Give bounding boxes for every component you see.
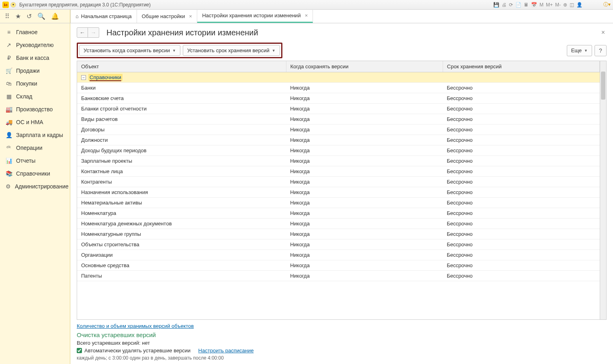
calc-icon[interactable]: 🖩 [524,2,529,8]
m-icon[interactable]: M [539,2,544,8]
table-row[interactable]: Объекты строительстваНикогдаБессрочно [77,239,600,250]
cell-term: Бессрочно [443,156,599,166]
table-row[interactable]: БанкиНикогдаБессрочно [77,83,600,93]
table-row[interactable]: Назначения использованияНикогдаБессрочно [77,187,600,198]
print-icon[interactable]: 🖨 [502,2,507,8]
sidebar-item-9[interactable]: ᵈᵏОперации [0,141,70,154]
titlebar: 1c ▾ Бухгалтерия предприятия, редакция 3… [0,0,613,10]
cell-term: Бессрочно [443,83,599,93]
tab-history-settings[interactable]: Настройки хранения истории изменений × [197,9,313,23]
cell-object: Патенты [77,271,286,281]
sidebar-item-8[interactable]: 👤Зарплата и кадры [0,129,70,141]
cell-when: Никогда [286,125,443,135]
table-row[interactable]: ДолжностиНикогдаБессрочно [77,135,600,145]
zoom-in-icon[interactable]: ⊕ [563,2,567,8]
tab-home[interactable]: ⌂ Начальная страница [70,9,137,23]
close-page-button[interactable]: × [600,27,607,38]
table-row[interactable]: Нематериальные активыНикогдаБессрочно [77,198,600,208]
cell-term: Бессрочно [443,177,599,187]
set-when-save-button[interactable]: Установить когда сохранять версии▼ [79,45,180,56]
cell-when: Никогда [286,104,443,114]
save-icon[interactable]: 💾 [493,2,499,8]
table-row[interactable]: Основные средстваНикогдаБессрочно [77,260,600,271]
table-row[interactable]: Номенклатурные группыНикогдаБессрочно [77,229,600,239]
sidebar-item-7[interactable]: 🚚ОС и НМА [0,116,70,129]
app-logo-icon: 1c [2,2,9,8]
quick-access: ⠿ ★ ↺ 🔍 🔔 [0,10,70,23]
doc-icon[interactable]: 📄 [515,2,521,8]
column-header-when[interactable]: Когда сохранять версии [286,61,443,72]
history-icon[interactable]: ↺ [27,12,32,20]
scrollbar-thumb[interactable] [601,72,605,100]
column-header-object[interactable]: Объект [77,61,286,72]
tab-home-label: Начальная страница [81,13,132,19]
window-icon[interactable]: ◫ [570,2,574,8]
close-icon[interactable]: × [305,12,308,18]
sidebar-item-6[interactable]: 🏭Производство [0,103,70,116]
collapse-icon[interactable]: − [81,75,86,80]
sidebar-item-12[interactable]: ⚙Администрирование [0,180,70,193]
sidebar-item-11[interactable]: 📚Справочники [0,167,70,180]
sidebar-item-label: Отчеты [16,157,35,164]
sidebar-icon: ≡ [6,29,12,35]
section-cleanup-header: Очистка устаревших версий [77,331,607,338]
user-icon[interactable]: 👤 [576,2,582,8]
group-row-directories[interactable]: −Справочники [77,72,600,83]
table-row[interactable]: Доходы будущих периодовНикогдаБессрочно [77,145,600,156]
table-row[interactable]: Виды расчетовНикогдаБессрочно [77,114,600,125]
set-storage-term-button[interactable]: Установить срок хранения версий▼ [183,45,280,56]
close-icon[interactable]: × [189,13,192,19]
table-row[interactable]: Бланки строгой отчетностиНикогдаБессрочн… [77,104,600,114]
tab-label: Настройки хранения истории изменений [202,12,300,18]
tab-general-settings[interactable]: Общие настройки × [137,9,198,23]
apps-icon[interactable]: ⠿ [5,12,10,20]
button-label: Еще [571,47,582,53]
cell-object: Основные средства [77,260,286,271]
sidebar-item-label: ОС и НМА [16,119,43,125]
table-row[interactable]: ОрганизацииНикогдаБессрочно [77,250,600,260]
table-row[interactable]: Контактные лицаНикогдаБессрочно [77,166,600,177]
nav-back-button[interactable]: ← [77,27,88,38]
info-icon[interactable]: ⓘ▾ [603,1,611,8]
help-button[interactable]: ? [595,45,607,56]
sidebar-item-label: Банк и касса [16,55,49,61]
scrollbar[interactable] [600,61,606,319]
table-row[interactable]: НоменклатураНикогдаБессрочно [77,208,600,219]
sidebar-item-label: Производство [16,106,53,112]
cell-object: Зарплатные проекты [77,156,286,166]
table-row[interactable]: ПатентыНикогдаБессрочно [77,271,600,281]
auto-delete-checkbox[interactable] [77,348,82,353]
cell-term: Бессрочно [443,250,599,260]
sidebar-item-10[interactable]: 📊Отчеты [0,154,70,167]
tab-label: Общие настройки [142,13,185,19]
link-version-count[interactable]: Количество и объем хранимых версий объек… [77,323,194,329]
table-row[interactable]: КонтрагентыНикогдаБессрочно [77,177,600,187]
sidebar-item-2[interactable]: ₽Банк и касса [0,51,70,64]
calendar-icon[interactable]: 📅 [531,2,537,8]
link-configure-schedule[interactable]: Настроить расписание [198,348,254,354]
sidebar-item-1[interactable]: ↗Руководителю [0,39,70,51]
column-header-term[interactable]: Срок хранения версий [443,61,599,72]
bell-icon[interactable]: 🔔 [51,12,59,20]
sidebar-icon: 🛒 [6,67,12,74]
table-row[interactable]: Зарплатные проектыНикогдаБессрочно [77,156,600,166]
sidebar-item-5[interactable]: ▦Склад [0,90,70,103]
m-plus-icon[interactable]: M+ [546,2,553,8]
table-row[interactable]: Банковские счетаНикогдаБессрочно [77,93,600,104]
app-menu-dropdown[interactable]: ▾ [10,2,16,8]
refresh-icon[interactable]: ⟳ [509,2,513,8]
table-row[interactable]: Номенклатура денежных документовНикогдаБ… [77,219,600,229]
nav-forward-button[interactable]: → [88,27,99,38]
sidebar-item-4[interactable]: 🛍Покупки [0,77,70,90]
objects-grid[interactable]: Объект Когда сохранять версии Срок хране… [77,61,600,319]
cell-object: Банковские счета [77,93,286,104]
star-icon[interactable]: ★ [15,12,21,20]
more-button[interactable]: Еще▼ [567,45,592,56]
table-row[interactable]: ДоговорыНикогдаБессрочно [77,125,600,135]
search-icon[interactable]: 🔍 [37,12,45,20]
cell-term: Бессрочно [443,229,599,239]
cell-term: Бессрочно [443,187,599,198]
m-minus-icon[interactable]: M- [555,2,561,8]
sidebar-item-0[interactable]: ≡Главное [0,26,70,39]
sidebar-item-3[interactable]: 🛒Продажи [0,64,70,77]
